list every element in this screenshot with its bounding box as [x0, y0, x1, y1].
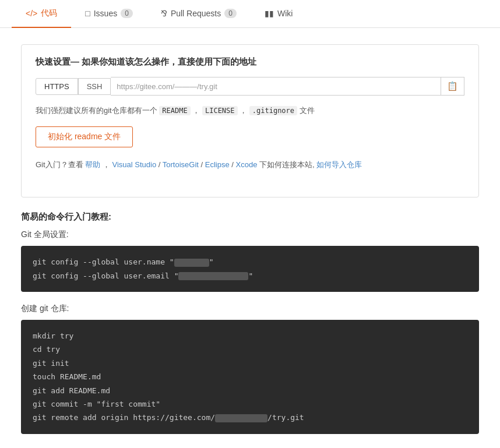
xcode-link[interactable]: Xcode — [236, 160, 258, 169]
tab-pr-label: Pull Requests — [171, 9, 221, 18]
code-remote: git remote add origin https://gitee.com/… — [33, 411, 467, 424]
repo-url-input[interactable] — [111, 77, 441, 96]
tab-code-label: 代码 — [41, 8, 57, 19]
vs-link[interactable]: Visual Studio — [112, 160, 156, 169]
recommend-suffix: 文件 — [300, 106, 315, 115]
code-icon: </> — [26, 9, 37, 18]
create-repo-code: mkdir try cd try git init touch README.m… — [21, 320, 479, 434]
global-setup-label: Git 全局设置: — [21, 230, 479, 240]
tab-pullrequests[interactable]: ⅋ Pull Requests 0 — [147, 0, 251, 28]
code-touch: touch README.md — [33, 370, 467, 383]
git-intro-slash3: / — [231, 160, 235, 169]
license-badge: LICENSE — [202, 106, 238, 115]
issues-icon: □ — [85, 9, 90, 18]
tab-bar: </> 代码 □ Issues 0 ⅋ Pull Requests 0 ▮▮ W… — [0, 0, 500, 28]
eclipse-link[interactable]: Eclipse — [205, 160, 230, 169]
blurred-remote-user — [215, 414, 267, 422]
main-content: 快速设置— 如果你知道该怎么操作，直接使用下面的地址 HTTPS SSH 📋 我… — [0, 28, 500, 448]
recommend-comma2: ， — [240, 106, 247, 115]
gitignore-badge: .gitignore — [249, 106, 297, 115]
wiki-icon: ▮▮ — [265, 9, 274, 18]
tab-issues-label: Issues — [94, 9, 117, 18]
global-setup-code: git config --global user.name " " git co… — [21, 246, 479, 292]
code-add: git add README.md — [33, 384, 467, 397]
https-button[interactable]: HTTPS — [36, 78, 78, 95]
code-cd: cd try — [33, 343, 467, 356]
quick-setup-box: 快速设置— 如果你知道该怎么操作，直接使用下面的地址 HTTPS SSH 📋 我… — [21, 44, 479, 197]
git-intro-suffix: 下如何连接本站, — [259, 160, 316, 169]
git-intro-sep1: ， — [103, 160, 110, 169]
copy-icon: 📋 — [447, 81, 458, 91]
issues-badge: 0 — [121, 9, 133, 18]
code-line-1: git config --global user.name " " — [33, 255, 467, 269]
tab-wiki-label: Wiki — [277, 9, 293, 18]
git-intro: Git入门？查看 帮助 ， Visual Studio / TortoiseGi… — [36, 158, 464, 171]
readme-badge: README — [159, 106, 190, 115]
git-intro-prefix: Git入门？查看 — [36, 160, 85, 169]
blurred-username — [174, 259, 209, 267]
tortoisegit-link[interactable]: TortoiseGit — [163, 160, 199, 169]
code-git-init: git init — [33, 357, 467, 370]
copy-url-button[interactable]: 📋 — [441, 77, 464, 96]
code-commit: git commit -m "first commit" — [33, 397, 467, 411]
quick-setup-title: 快速设置— 如果你知道该怎么操作，直接使用下面的地址 — [36, 57, 464, 68]
code-mkdir: mkdir try — [33, 329, 467, 343]
url-row: HTTPS SSH 📋 — [36, 77, 464, 96]
recommend-prefix: 我们强烈建议所有的git仓库都有一个 — [36, 106, 159, 115]
import-repo-link[interactable]: 如何导入仓库 — [316, 160, 362, 169]
tutorial-title: 简易的命令行入门教程: — [21, 211, 479, 223]
pr-badge: 0 — [224, 9, 237, 18]
pr-icon: ⅋ — [161, 9, 167, 18]
help-link[interactable]: 帮助 — [85, 160, 100, 169]
recommend-comma1: ， — [192, 106, 200, 115]
create-repo-label: 创建 git 仓库: — [21, 304, 479, 314]
recommend-text: 我们强烈建议所有的git仓库都有一个 README ， LICENSE ， .g… — [36, 105, 464, 117]
ssh-button[interactable]: SSH — [78, 78, 111, 95]
git-intro-slash2: / — [201, 160, 205, 169]
git-intro-slash1: / — [159, 160, 163, 169]
tab-issues[interactable]: □ Issues 0 — [71, 0, 147, 28]
init-readme-button[interactable]: 初始化 readme 文件 — [36, 126, 133, 147]
code-line-2: git config --global user.email " " — [33, 269, 467, 283]
tab-wiki[interactable]: ▮▮ Wiki — [251, 0, 307, 28]
tab-code[interactable]: </> 代码 — [12, 0, 71, 28]
blurred-email — [178, 272, 248, 280]
